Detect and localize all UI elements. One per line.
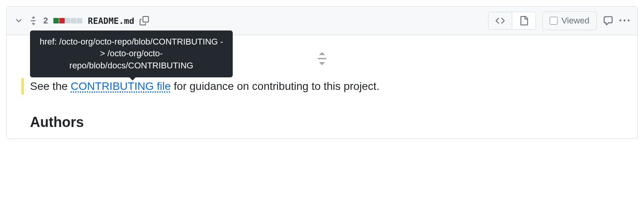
source-view-button[interactable] — [488, 12, 512, 29]
diff-block-removed — [59, 18, 65, 23]
diff-block-neutral — [71, 18, 76, 23]
text-after-link: for guidance on contributing to this pro… — [171, 80, 379, 92]
viewed-label: Viewed — [561, 16, 589, 26]
kebab-menu-icon[interactable] — [619, 16, 630, 26]
section-heading-authors: Authors — [7, 95, 637, 138]
filename[interactable]: README.md — [88, 16, 134, 26]
expand-all-icon[interactable] — [28, 16, 38, 25]
diff-line: href: /octo-org/octo-repo/blob/CONTRIBUT… — [7, 78, 637, 95]
file-header-left: 2 README.md — [14, 16, 149, 26]
viewed-checkbox-container[interactable]: Viewed — [542, 11, 597, 30]
link-diff-tooltip: href: /octo-org/octo-repo/blob/CONTRIBUT… — [30, 30, 233, 77]
file-content: href: /octo-org/octo-repo/blob/CONTRIBUT… — [7, 35, 637, 138]
text-before-link: See the — [30, 80, 71, 92]
contributing-link[interactable]: CONTRIBUTING file — [71, 80, 171, 92]
viewed-checkbox[interactable] — [550, 17, 557, 25]
rendered-view-button[interactable] — [512, 12, 536, 29]
file-header-right: Viewed — [488, 11, 630, 30]
comment-icon[interactable] — [603, 16, 613, 26]
view-mode-toggle — [488, 12, 536, 30]
diff-block-neutral — [65, 18, 71, 23]
copy-icon[interactable] — [140, 16, 149, 25]
diff-stat-blocks — [53, 18, 82, 23]
chevron-down-icon[interactable] — [14, 16, 23, 25]
change-count: 2 — [43, 16, 48, 26]
diff-block-neutral — [77, 18, 82, 23]
diff-block-added — [53, 18, 59, 23]
diff-file-container: 2 README.md — [6, 6, 638, 139]
